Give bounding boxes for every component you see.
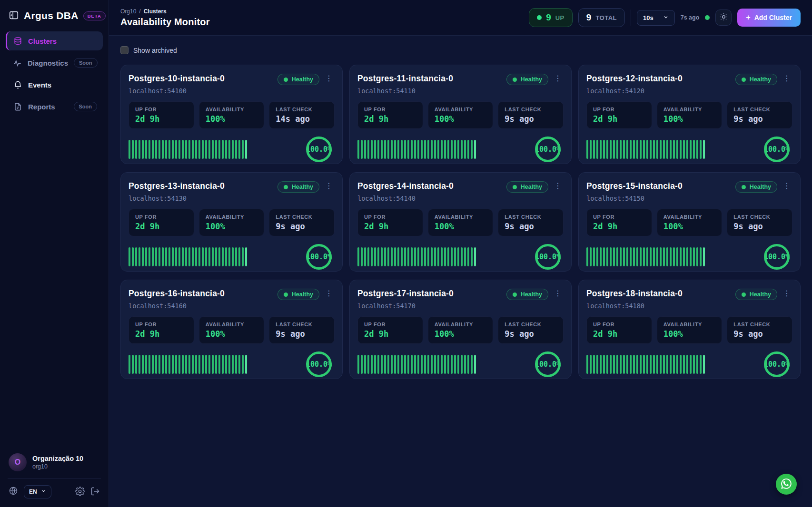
refresh-status-dot-icon <box>705 15 710 20</box>
card-menu-button[interactable]: ⋮ <box>323 181 335 191</box>
uptime-sparkline <box>357 140 476 159</box>
sparkline-bar <box>162 247 164 266</box>
sparkline-bar <box>461 355 463 374</box>
sparkline-bar <box>188 247 190 266</box>
sparkline-bar <box>384 355 386 374</box>
card-menu-button[interactable]: ⋮ <box>552 181 564 191</box>
card-menu-button[interactable]: ⋮ <box>781 181 792 191</box>
stat-label: UP FOR <box>593 107 645 112</box>
stat-last-check: LAST CHECK 9s ago <box>269 316 335 344</box>
card-menu-button[interactable]: ⋮ <box>781 289 792 298</box>
sparkline-bar <box>606 247 608 266</box>
chevron-down-icon <box>41 488 46 495</box>
uptime-gauge: 100.0% <box>535 244 561 270</box>
sparkline-bar <box>650 355 652 374</box>
sidebar-collapse-button[interactable] <box>9 10 19 22</box>
card-menu-button[interactable]: ⋮ <box>323 74 335 83</box>
sparkline-bar <box>653 247 655 266</box>
sidebar-item-reports[interactable]: Reports Soon <box>6 97 103 116</box>
cluster-name: Postgres-10-instancia-0 <box>129 74 274 84</box>
sparkline-bar <box>586 355 588 374</box>
cluster-name: Postgres-11-instancia-0 <box>357 74 503 84</box>
language-select[interactable]: EN <box>24 485 51 498</box>
sparkline-bar <box>610 355 612 374</box>
sparkline-bar <box>215 355 217 374</box>
stat-availability: AVAILABILITY 100% <box>428 101 494 129</box>
stat-availability: AVAILABILITY 100% <box>199 209 265 236</box>
sparkline-bar <box>401 355 403 374</box>
sparkline-bar <box>182 140 184 159</box>
sparkline-bar <box>633 355 635 374</box>
chevron-down-icon <box>663 14 669 21</box>
refresh-interval-select[interactable]: 10s <box>637 10 675 26</box>
gauge-ring-icon <box>306 244 332 270</box>
sparkline-bar <box>616 247 618 266</box>
stat-availability: AVAILABILITY 100% <box>657 209 723 236</box>
breadcrumb-org[interactable]: Org10 <box>120 8 136 15</box>
sidebar-item-diagnostics[interactable]: Diagnostics Soon <box>6 53 103 72</box>
sparkline-bar <box>397 247 399 266</box>
show-archived-checkbox[interactable] <box>120 46 129 54</box>
sparkline-bar <box>593 247 595 266</box>
sparkline-bar <box>232 355 234 374</box>
sparkline-bar <box>387 355 389 374</box>
sidebar-item-clusters[interactable]: Clusters <box>6 31 103 50</box>
sparkline-bar <box>407 140 409 159</box>
sparkline-bar <box>155 355 157 374</box>
sparkline-bar <box>357 355 359 374</box>
total-count-badge: 9 TOTAL <box>578 8 625 27</box>
cluster-card: Postgres-17-instancia-0 Healthy ⋮ localh… <box>349 280 572 379</box>
sparkline-bar <box>152 355 154 374</box>
sparkline-bar <box>401 140 403 159</box>
gauge-ring-icon <box>306 136 332 162</box>
sparkline-bar <box>228 140 230 159</box>
sparkline-bar <box>182 355 184 374</box>
sparkline-bar <box>593 355 595 374</box>
gauge-ring-icon <box>764 351 790 377</box>
sparkline-bar <box>693 247 695 266</box>
stat-last-check: LAST CHECK 9s ago <box>498 209 564 236</box>
stat-label: UP FOR <box>364 322 416 327</box>
gauge-ring-icon <box>535 244 561 270</box>
sparkline-bar <box>357 140 359 159</box>
content: Show archived Postgres-10-instancia-0 He… <box>109 36 812 507</box>
card-menu-button[interactable]: ⋮ <box>323 289 335 298</box>
cluster-host: localhost:54100 <box>129 87 335 95</box>
card-menu-button[interactable]: ⋮ <box>552 74 564 83</box>
show-archived-row[interactable]: Show archived <box>120 46 801 54</box>
footer-actions: EN <box>6 485 103 500</box>
sidebar-item-label: Diagnostics <box>28 59 68 67</box>
sparkline-bar <box>431 247 433 266</box>
sidebar-item-events[interactable]: Events <box>6 75 103 94</box>
stat-label: LAST CHECK <box>733 107 786 112</box>
stat-label: AVAILABILITY <box>206 322 258 327</box>
card-header: Postgres-18-instancia-0 Healthy ⋮ <box>586 289 792 300</box>
sparkline-bar <box>424 140 426 159</box>
sparkline-bar <box>149 247 150 266</box>
settings-button[interactable] <box>75 487 85 497</box>
logout-button[interactable] <box>90 487 100 497</box>
breadcrumb-page[interactable]: Clusters <box>144 8 167 15</box>
card-menu-button[interactable]: ⋮ <box>781 74 792 83</box>
sparkline-bar <box>457 355 459 374</box>
uptime-gauge: 100.0% <box>535 351 561 377</box>
sun-icon <box>720 13 728 22</box>
card-menu-button[interactable]: ⋮ <box>552 289 564 298</box>
last-check-value: 9s ago <box>505 222 557 231</box>
availability-value: 100% <box>435 114 487 124</box>
theme-toggle-button[interactable] <box>715 10 732 26</box>
sparkline-bar <box>238 140 240 159</box>
stat-label: LAST CHECK <box>505 322 557 327</box>
sparkline-bar <box>600 140 602 159</box>
sparkline-bar <box>212 355 214 374</box>
kebab-icon: ⋮ <box>325 289 333 297</box>
sparkline-bar <box>198 140 200 159</box>
sparkline-bar <box>414 247 416 266</box>
whatsapp-button[interactable] <box>776 474 797 495</box>
uptime-sparkline <box>357 355 476 374</box>
card-bottom: 100.0% <box>586 136 792 162</box>
add-cluster-button[interactable]: + Add Cluster <box>737 9 801 27</box>
card-bottom: 100.0% <box>357 136 564 162</box>
sparkline-bar <box>593 140 595 159</box>
sparkline-bar <box>222 247 224 266</box>
